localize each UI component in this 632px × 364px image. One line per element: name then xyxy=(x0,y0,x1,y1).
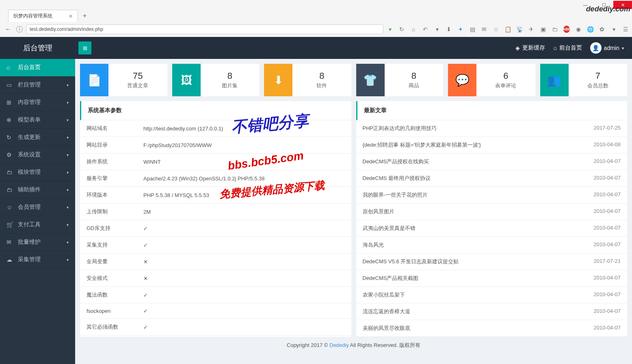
sidebar-icon: ⚙ xyxy=(6,152,15,158)
article-row[interactable]: 我的眼界-一些关于花的照片2010-04-07 xyxy=(356,187,628,204)
article-date: 2010-04-08 xyxy=(594,141,621,149)
sys-row: 安全模式✕ xyxy=(80,270,351,287)
info-icon[interactable]: i xyxy=(16,26,23,32)
article-row[interactable]: DedeCMS 最终用户授权协议2010-04-07 xyxy=(356,170,628,187)
article-row[interactable]: 海岛风光2010-04-07 xyxy=(356,237,628,254)
article-row[interactable]: DedeCMS V5.6 开发日志及新建议提交贴2017-07-21 xyxy=(356,254,628,270)
sys-value: ✓ xyxy=(137,319,351,336)
stat-card-1[interactable]: 🖼8图片集 xyxy=(172,64,260,96)
sidebar-icon: ⊕ xyxy=(6,117,15,123)
tab-close-icon[interactable]: ✕ xyxy=(69,13,73,19)
sidebar-label: 批量维护 xyxy=(18,238,41,246)
sidebar-item-3[interactable]: ⊕模型表单▾ xyxy=(0,111,75,129)
article-row[interactable]: PHP正则表达式的几则使用技巧2017-07-25 xyxy=(356,120,628,137)
sys-value: Apache/2.4.23 (Win32) OpenSSL/1.0.2j PHP… xyxy=(137,170,351,187)
sys-key: 采集支持 xyxy=(80,237,137,254)
sys-row: fsockopen✓ xyxy=(80,303,351,319)
mail-icon[interactable]: ✉ xyxy=(481,26,487,32)
user-menu[interactable]: 👤 admin ▾ xyxy=(590,42,624,54)
sidebar-item-6[interactable]: 🗀模块管理▾ xyxy=(0,164,75,181)
sys-key: 安全模式 xyxy=(80,270,137,287)
article-date: 2010-04-07 xyxy=(594,158,621,165)
article-title: DedeCMS 最终用户授权协议 xyxy=(363,175,431,182)
sidebar-item-9[interactable]: 🛒支付工具▾ xyxy=(0,216,75,234)
ext-icon-3[interactable]: ✿ xyxy=(599,26,605,32)
note-icon[interactable]: ▤ xyxy=(469,26,476,32)
article-row[interactable]: {dede:招聘启事 标题='织梦大家庭新年招募第一波'}2010-04-08 xyxy=(356,137,628,154)
article-row[interactable]: 美丽的风景尽收眼底2010-04-07 xyxy=(356,320,628,337)
send-icon[interactable]: ✈ xyxy=(528,26,535,32)
grid-icon: ⊞ xyxy=(83,45,87,51)
stat-card-4[interactable]: 💬6表单评论 xyxy=(448,64,535,96)
sidebar-label: 内容管理 xyxy=(18,99,41,106)
sidebar-item-7[interactable]: 🗀辅助插件▾ xyxy=(0,181,75,199)
sys-value: ✓ xyxy=(137,303,351,319)
shield-icon[interactable]: ▾ xyxy=(387,26,393,32)
reload-icon[interactable]: ↻ xyxy=(398,26,405,32)
article-row[interactable]: 流连忘返的香樟大道2010-04-07 xyxy=(356,303,628,320)
rss-icon[interactable]: 📡 xyxy=(516,26,523,32)
sys-row: GD库支持✓ xyxy=(80,220,351,237)
sidebar-toggle[interactable]: ⊞ xyxy=(78,41,91,54)
sidebar-item-1[interactable]: ▭栏目管理▾ xyxy=(0,76,75,94)
sys-value: http://test.dedediy.com (127.0.0.1) xyxy=(137,120,351,137)
url-input[interactable]: test.dedediy.com/admin/index.php xyxy=(26,24,383,34)
sidebar-item-11[interactable]: ☁采集管理▾ xyxy=(0,251,75,269)
abp-icon[interactable]: ABP xyxy=(563,26,570,33)
sidebar-item-4[interactable]: ↻生成更新▾ xyxy=(0,129,75,146)
star-icon[interactable]: ☆ xyxy=(493,26,499,32)
article-row[interactable]: DedeCMS产品授权在线购买2010-04-07 xyxy=(356,154,628,170)
menu-icon[interactable]: ☰ xyxy=(622,26,629,32)
new-tab-button[interactable]: + xyxy=(83,12,87,20)
article-row[interactable]: 农家小院丝瓜架下2010-04-07 xyxy=(356,287,628,303)
home-icon[interactable]: ⌂ xyxy=(410,26,417,32)
bird-icon[interactable]: ✦ xyxy=(457,26,464,32)
sys-value: ✓ xyxy=(137,220,351,237)
sys-value: ✕ xyxy=(137,254,351,270)
article-row[interactable]: 武夷山的美景真是不错2010-04-07 xyxy=(356,220,628,237)
download-icon[interactable]: ⬇ xyxy=(446,26,452,32)
ext-dropdown[interactable]: ▾ xyxy=(610,26,617,32)
browser-tab[interactable]: 织梦内容管理系统 ✕ xyxy=(8,10,78,22)
sys-key: 全局变量 xyxy=(80,254,137,270)
stat-number: 7 xyxy=(569,71,628,81)
content-area: 📄75普通文章🖼8图片集⬇8软件👕8商品💬6表单评论👥7会员总数 系统基本参数 … xyxy=(75,59,632,364)
undo-icon[interactable]: ↶ xyxy=(422,26,429,32)
sys-key: GD库支持 xyxy=(80,220,137,237)
footer-link[interactable]: Dedediy xyxy=(329,342,349,348)
stat-card-3[interactable]: 👕8商品 xyxy=(356,64,444,96)
stat-icon: 👕 xyxy=(356,64,385,96)
ext-icon-1[interactable]: ◉ xyxy=(575,26,582,32)
article-date: 2017-07-21 xyxy=(594,258,621,265)
back-button[interactable]: ← xyxy=(3,26,13,33)
sidebar-item-2[interactable]: ⊞内容管理▾ xyxy=(0,94,75,111)
clipboard-icon[interactable]: 📋 xyxy=(504,26,511,32)
refresh-icon: ◈ xyxy=(515,45,520,51)
panel-icon[interactable]: ▣ xyxy=(540,26,546,32)
refresh-cache-link[interactable]: ◈ 更新缓存 xyxy=(515,44,545,52)
article-date: 2010-04-07 xyxy=(594,291,621,299)
sys-key: 操作系统 xyxy=(80,154,137,170)
stat-number: 6 xyxy=(476,71,535,81)
ext-icon-2[interactable]: 🌐 xyxy=(587,26,593,32)
sidebar-item-10[interactable]: ✉批量维护▾ xyxy=(0,234,75,251)
stat-card-2[interactable]: ⬇8软件 xyxy=(264,64,351,96)
chevron-down-icon: ▾ xyxy=(67,135,69,140)
article-row[interactable]: DedeCMS产品相关截图2010-04-07 xyxy=(356,270,628,287)
frontend-link[interactable]: ⌂ 前台首页 xyxy=(553,44,582,52)
sidebar-label: 栏目管理 xyxy=(18,81,41,89)
stat-card-0[interactable]: 📄75普通文章 xyxy=(80,64,167,96)
stat-card-5[interactable]: 👥7会员总数 xyxy=(540,64,628,96)
sys-value: ✓ xyxy=(137,287,351,303)
stat-icon: 👥 xyxy=(540,64,569,96)
stat-label: 软件 xyxy=(292,82,351,89)
article-row[interactable]: 原创风景图片2010-04-07 xyxy=(356,204,628,220)
dropdown-icon[interactable]: ▾ xyxy=(434,26,440,32)
stat-label: 普通文章 xyxy=(108,82,167,89)
sidebar-item-8[interactable]: ☺会员管理▾ xyxy=(0,199,75,216)
sidebar-item-0[interactable]: ⌂后台首页 xyxy=(0,59,75,76)
browser-chrome: dedediy.com — ☐ ✕ 织梦内容管理系统 ✕ + ← i test.… xyxy=(0,0,632,37)
folder-icon[interactable]: 🗀 xyxy=(552,26,558,32)
sidebar-item-5[interactable]: ⚙系统设置▾ xyxy=(0,146,75,164)
sys-row: 魔法函数✓ xyxy=(80,287,351,303)
